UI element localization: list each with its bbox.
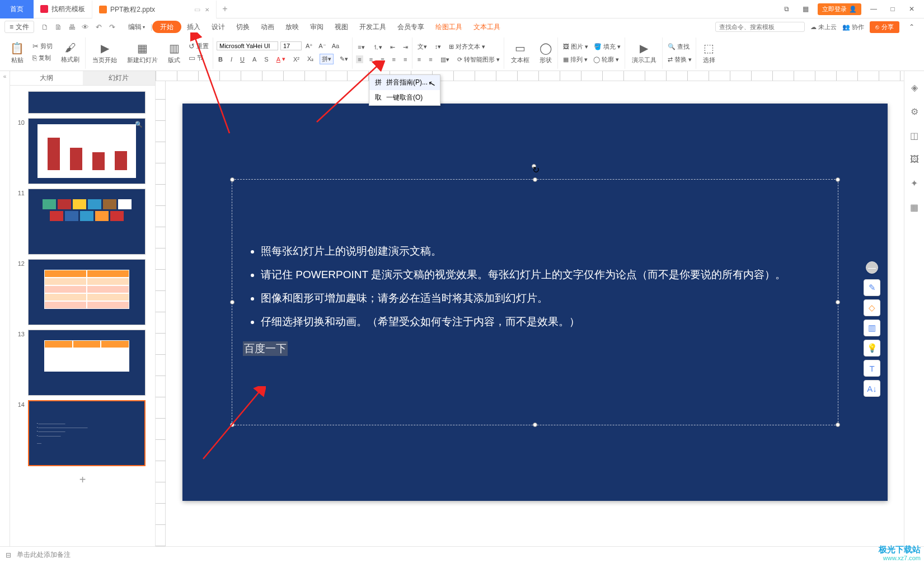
- close-icon[interactable]: ✕: [205, 7, 209, 13]
- slide-canvas[interactable]: ↻ 照每张幻灯片上的说明创建演示文稿。 请记住 POWERPOINT 是演示文稿…: [182, 104, 888, 501]
- share-button[interactable]: ⎋ 分享: [870, 21, 899, 33]
- menu-slideshow[interactable]: 放映: [280, 18, 304, 35]
- menu-auto-pinyin[interactable]: 取一键取音(O): [369, 90, 440, 105]
- thumb-partial[interactable]: [28, 91, 146, 114]
- arrange-button[interactable]: ▦ 排列▾: [561, 55, 589, 64]
- sidebar-layout-icon[interactable]: ▦: [910, 202, 918, 213]
- superscript-icon[interactable]: X²: [292, 55, 301, 63]
- format-painter-button[interactable]: 🖌格式刷: [58, 41, 83, 64]
- indent-inc-icon[interactable]: ⇥: [401, 43, 410, 51]
- sidebar-image-icon[interactable]: 🖼: [910, 154, 919, 165]
- qat-print-icon[interactable]: 🖶: [67, 22, 77, 32]
- ribbon-collapse-icon[interactable]: ⌃: [905, 20, 918, 34]
- cloud-status[interactable]: ☁ 未上云: [810, 23, 837, 31]
- zoom-icon[interactable]: 🔍: [135, 121, 143, 128]
- find-button[interactable]: 🔍 查找: [666, 42, 693, 51]
- handle-tm[interactable]: [533, 177, 537, 182]
- tab-document[interactable]: PPT教程2.pptx ▭ ✕: [92, 0, 217, 18]
- italic-icon[interactable]: I: [229, 55, 234, 63]
- menu-edit[interactable]: 编辑▾: [123, 18, 151, 35]
- notes-icon[interactable]: ⊟: [6, 551, 11, 559]
- tool-shape-icon[interactable]: ◇: [864, 299, 880, 316]
- qat-redo-icon[interactable]: ↷: [107, 22, 117, 32]
- apps-icon[interactable]: ▦: [799, 2, 812, 16]
- cut-button[interactable]: ✂剪切: [31, 41, 54, 51]
- textbox-button[interactable]: ▭文本框: [508, 41, 533, 64]
- menu-view[interactable]: 视图: [329, 18, 354, 35]
- from-current-button[interactable]: ▶当页开始: [89, 41, 120, 64]
- grow-font-icon[interactable]: A⁺: [304, 42, 315, 50]
- thumb-10[interactable]: 🔍: [28, 118, 146, 184]
- tool-layout-icon[interactable]: ▥: [864, 320, 880, 336]
- subscript-icon[interactable]: X₂: [306, 55, 315, 63]
- qat-undo-icon[interactable]: ↶: [93, 22, 104, 32]
- select-button[interactable]: ⬚选择: [700, 41, 719, 64]
- qat-preview-icon[interactable]: 👁: [80, 22, 90, 32]
- tab-menu-icon[interactable]: ▭: [194, 6, 200, 13]
- menu-insert[interactable]: 插入: [181, 18, 206, 35]
- sidebar-settings-icon[interactable]: ⚙: [911, 106, 918, 117]
- columns-icon[interactable]: ▥▾: [439, 55, 451, 64]
- menu-review[interactable]: 审阅: [304, 18, 329, 35]
- tab-home[interactable]: 首页: [0, 0, 34, 18]
- replace-button[interactable]: ⇄ 替换▾: [666, 55, 693, 64]
- menu-text-tools[interactable]: 文本工具: [468, 18, 506, 35]
- menu-file[interactable]: ≡文件: [4, 21, 34, 33]
- section-button[interactable]: ▭节: [187, 53, 210, 63]
- underline-icon[interactable]: U: [238, 55, 246, 63]
- bullets-icon[interactable]: ≡▾: [356, 43, 366, 51]
- thumbnails-list[interactable]: 10 🔍 11 12: [10, 86, 155, 546]
- align-justify-icon[interactable]: ≡: [391, 55, 397, 63]
- maximize-button[interactable]: □: [886, 2, 899, 16]
- login-button[interactable]: 立即登录👤: [818, 3, 861, 15]
- reset-button[interactable]: ↺重置: [187, 41, 210, 51]
- tab-template[interactable]: 找稻壳模板: [34, 0, 92, 18]
- thumb-13[interactable]: [28, 330, 146, 396]
- bold-icon[interactable]: B: [217, 55, 224, 63]
- rotate-handle[interactable]: ↻: [532, 164, 536, 168]
- font-name-combo[interactable]: [217, 41, 278, 50]
- qat-saveas-icon[interactable]: 🗎: [53, 22, 63, 32]
- collapse-left-icon[interactable]: «: [0, 71, 10, 546]
- panel-tab-outline[interactable]: 大纲: [10, 71, 83, 85]
- notes-placeholder[interactable]: 单击此处添加备注: [17, 550, 71, 560]
- canvas-scroll[interactable]: ↻ 照每张幻灯片上的说明创建演示文稿。 请记住 POWERPOINT 是演示文稿…: [166, 81, 904, 546]
- smart-art-button[interactable]: ⟳ 转智能图形▾: [456, 55, 501, 64]
- thumb-12[interactable]: [28, 259, 146, 325]
- qat-save-icon[interactable]: 🗋: [40, 22, 50, 32]
- handle-bl[interactable]: [230, 423, 234, 427]
- align-center-icon[interactable]: ≡: [368, 55, 374, 63]
- shape-button[interactable]: ◯形状: [536, 41, 555, 64]
- tool-text-icon[interactable]: T: [864, 360, 880, 377]
- menu-transition[interactable]: 切换: [231, 18, 255, 35]
- copy-button[interactable]: ⎘复制: [31, 53, 54, 63]
- layout-icon[interactable]: ⧉: [780, 2, 793, 16]
- numbering-icon[interactable]: ⒈▾: [371, 43, 384, 52]
- menu-start[interactable]: 开始: [152, 21, 181, 33]
- outline-button[interactable]: ◯ 轮廓▾: [592, 55, 621, 64]
- align-text-button[interactable]: ⊞ 对齐文本▾: [447, 42, 487, 51]
- tool-sort-icon[interactable]: A↓: [864, 380, 880, 397]
- panel-tab-slides[interactable]: 幻灯片: [83, 71, 156, 85]
- sidebar-diamond-icon[interactable]: ◈: [911, 82, 918, 93]
- collapse-tools-icon[interactable]: —: [866, 261, 878, 274]
- shrink-font-icon[interactable]: A⁻: [317, 42, 327, 50]
- align-dist-icon[interactable]: ≡: [402, 55, 409, 63]
- collab-button[interactable]: 👥 协作: [842, 23, 864, 31]
- fill-button[interactable]: 🪣 填充▾: [592, 42, 622, 51]
- handle-br[interactable]: [836, 423, 840, 427]
- picture-button[interactable]: 🖼 图片▾: [561, 42, 590, 51]
- demo-tools-button[interactable]: ▶演示工具: [628, 41, 660, 64]
- menu-animation[interactable]: 动画: [255, 18, 280, 35]
- font-color-icon[interactable]: A▾: [275, 55, 287, 63]
- tab-add[interactable]: +: [217, 4, 233, 14]
- sidebar-object-icon[interactable]: ◫: [910, 130, 918, 141]
- add-slide-button[interactable]: +: [10, 468, 155, 491]
- highlight-icon[interactable]: ✎▾: [338, 55, 350, 63]
- change-case-icon[interactable]: Aa: [330, 42, 341, 50]
- menu-member[interactable]: 会员专享: [392, 18, 430, 35]
- sidebar-anim-icon[interactable]: ✦: [911, 178, 918, 189]
- spacing1-icon[interactable]: ≡: [416, 55, 423, 63]
- strike-icon[interactable]: S: [262, 55, 270, 63]
- search-command-input[interactable]: [715, 22, 805, 32]
